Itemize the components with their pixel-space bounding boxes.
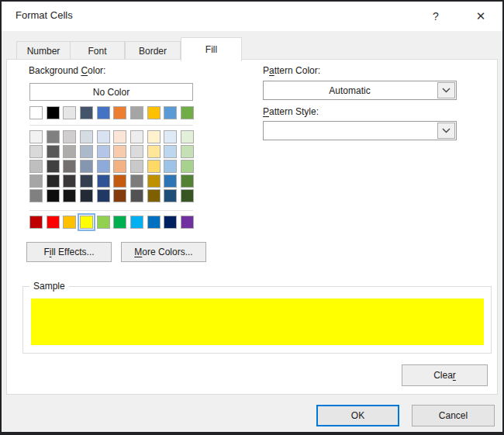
color-swatch[interactable] bbox=[164, 130, 177, 143]
color-swatch[interactable] bbox=[164, 160, 177, 173]
pattern-style-dropdown[interactable] bbox=[263, 121, 457, 140]
color-swatch[interactable] bbox=[164, 189, 177, 202]
color-swatch[interactable] bbox=[181, 160, 194, 173]
color-swatch[interactable] bbox=[29, 106, 43, 119]
color-swatch[interactable] bbox=[80, 145, 93, 158]
pattern-style-dropdown-button[interactable] bbox=[437, 123, 455, 139]
color-swatch[interactable] bbox=[47, 106, 60, 119]
color-swatch[interactable] bbox=[181, 189, 194, 202]
tab-border[interactable]: Border bbox=[125, 41, 181, 60]
color-swatch[interactable] bbox=[164, 216, 177, 229]
color-swatch[interactable] bbox=[181, 145, 194, 158]
color-swatch[interactable] bbox=[181, 106, 194, 119]
color-swatch[interactable] bbox=[164, 145, 177, 158]
standard-color-row bbox=[29, 216, 194, 229]
tab-fill[interactable]: Fill bbox=[181, 37, 242, 61]
color-swatch[interactable] bbox=[47, 189, 60, 202]
fill-effects-button[interactable]: Fill Effects... bbox=[26, 242, 112, 262]
color-swatch[interactable] bbox=[130, 106, 143, 119]
color-swatch[interactable] bbox=[130, 130, 143, 143]
color-swatch[interactable] bbox=[113, 130, 126, 143]
clear-button[interactable]: Clear bbox=[402, 364, 488, 386]
color-swatch[interactable] bbox=[164, 174, 177, 188]
color-swatch[interactable] bbox=[147, 160, 161, 173]
color-swatch[interactable] bbox=[29, 216, 43, 229]
color-swatch[interactable] bbox=[97, 174, 110, 188]
color-swatch[interactable] bbox=[147, 145, 161, 158]
color-swatch[interactable] bbox=[29, 145, 43, 158]
color-swatch[interactable] bbox=[80, 174, 93, 188]
label-text: Background bbox=[29, 65, 81, 76]
color-swatch[interactable] bbox=[97, 160, 110, 173]
cancel-button[interactable]: Cancel bbox=[412, 405, 495, 426]
color-swatch[interactable] bbox=[181, 174, 194, 188]
color-swatch[interactable] bbox=[113, 216, 126, 229]
color-swatch[interactable] bbox=[130, 160, 143, 173]
button-text: ll Effects... bbox=[51, 247, 94, 257]
color-swatch[interactable] bbox=[113, 189, 126, 202]
color-swatch[interactable] bbox=[63, 189, 76, 202]
tab-number[interactable]: Number bbox=[16, 41, 71, 60]
color-swatch[interactable] bbox=[63, 145, 76, 158]
color-swatch[interactable] bbox=[130, 216, 143, 229]
color-swatch[interactable] bbox=[80, 216, 93, 229]
color-swatch[interactable] bbox=[97, 145, 110, 158]
color-swatch[interactable] bbox=[130, 189, 143, 202]
color-swatch[interactable] bbox=[164, 106, 177, 119]
no-color-button[interactable]: No Color bbox=[29, 83, 193, 101]
color-swatch[interactable] bbox=[181, 216, 194, 229]
color-swatch[interactable] bbox=[63, 160, 76, 173]
color-swatch[interactable] bbox=[80, 106, 93, 119]
color-swatch[interactable] bbox=[130, 174, 143, 188]
color-swatch[interactable] bbox=[113, 145, 126, 158]
color-swatch[interactable] bbox=[29, 130, 43, 143]
color-swatch[interactable] bbox=[147, 216, 161, 229]
color-swatch[interactable] bbox=[47, 145, 60, 158]
label-text: attern Style: bbox=[269, 106, 319, 117]
ok-button[interactable]: OK bbox=[316, 405, 399, 426]
tab-strip: Number Font Border Fill bbox=[2, 31, 502, 60]
variant-color-row bbox=[29, 160, 194, 173]
color-swatch[interactable] bbox=[147, 189, 161, 202]
pattern-style-value bbox=[264, 122, 436, 140]
button-accel: M bbox=[134, 247, 142, 257]
label-accel: C bbox=[81, 65, 88, 76]
palette-separator bbox=[29, 210, 193, 211]
close-icon[interactable]: ✕ bbox=[470, 6, 492, 26]
color-swatch[interactable] bbox=[147, 106, 161, 119]
background-color-label: Background Color: bbox=[29, 65, 105, 76]
color-swatch[interactable] bbox=[113, 174, 126, 188]
color-swatch[interactable] bbox=[113, 106, 126, 119]
more-colors-button[interactable]: More Colors... bbox=[121, 242, 206, 262]
color-swatch[interactable] bbox=[63, 174, 76, 188]
color-swatch[interactable] bbox=[97, 189, 110, 202]
color-swatch[interactable] bbox=[97, 130, 110, 143]
color-swatch[interactable] bbox=[47, 130, 60, 143]
color-swatch[interactable] bbox=[130, 145, 143, 158]
color-swatch[interactable] bbox=[29, 174, 43, 188]
color-swatch[interactable] bbox=[181, 130, 194, 143]
color-swatch[interactable] bbox=[47, 216, 60, 229]
color-swatch[interactable] bbox=[80, 130, 93, 143]
help-icon[interactable]: ? bbox=[425, 6, 447, 26]
color-swatch[interactable] bbox=[63, 216, 76, 229]
variant-color-rows bbox=[29, 130, 194, 204]
color-swatch[interactable] bbox=[113, 160, 126, 173]
color-swatch[interactable] bbox=[147, 174, 161, 188]
color-swatch[interactable] bbox=[80, 189, 93, 202]
color-swatch[interactable] bbox=[63, 106, 76, 119]
pattern-color-dropdown[interactable]: Automatic bbox=[263, 81, 457, 100]
color-swatch[interactable] bbox=[47, 160, 60, 173]
color-swatch[interactable] bbox=[147, 130, 161, 143]
pattern-color-dropdown-button[interactable] bbox=[437, 82, 455, 98]
dialog-title: Format Cells bbox=[16, 9, 73, 21]
color-swatch[interactable] bbox=[80, 160, 93, 173]
color-swatch[interactable] bbox=[97, 106, 110, 119]
dialog-footer: OK Cancel bbox=[2, 395, 502, 432]
color-swatch[interactable] bbox=[97, 216, 110, 229]
color-swatch[interactable] bbox=[29, 189, 43, 202]
color-swatch[interactable] bbox=[29, 160, 43, 173]
color-swatch[interactable] bbox=[47, 174, 60, 188]
tab-font[interactable]: Font bbox=[70, 41, 125, 60]
color-swatch[interactable] bbox=[63, 130, 76, 143]
